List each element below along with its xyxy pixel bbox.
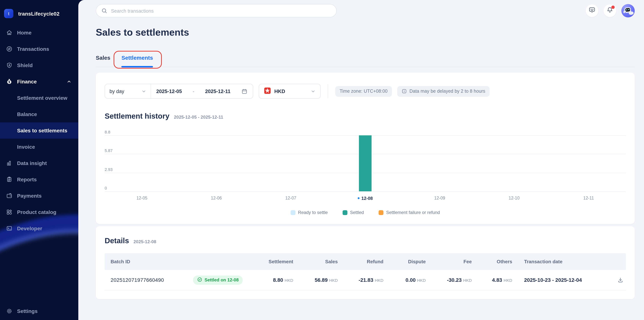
x-tick-label[interactable]: 12-08 (358, 196, 373, 201)
chart-title: Settlement history (105, 112, 170, 120)
refund-cell: -21.83HKD (338, 277, 384, 283)
sidebar-item-label: Transactions (17, 46, 49, 52)
date-separator: - (193, 88, 194, 94)
legend-label: Ready to settle (298, 210, 328, 215)
sidebar-item-sales-to-settlements[interactable]: Sales to settlements (0, 122, 78, 139)
sales-cell: 56.89HKD (293, 277, 338, 283)
chevron-up-icon (66, 78, 72, 85)
sidebar-item-reports[interactable]: Reports (0, 171, 78, 188)
date-to: 2025-12-11 (205, 88, 230, 94)
legend-item[interactable]: Settled (342, 210, 364, 215)
sidebar-item-data-insight[interactable]: Data insight (0, 155, 78, 171)
dispute-cell: 0.00HKD (384, 277, 426, 283)
sidebar-item-balance[interactable]: Balance (0, 106, 78, 122)
data-delay-badge: Data may be delayed by 2 to 8 hours (397, 86, 490, 97)
info-icon (402, 89, 407, 94)
sidebar-item-label: Sales to settlements (17, 128, 67, 133)
notifications-button[interactable] (604, 4, 616, 17)
timezone-badge: Time zone: UTC+08:00 (335, 86, 392, 97)
sidebar: t transLifecycle02 Home Transactions Shi… (0, 0, 78, 320)
clipboard-icon (6, 176, 12, 183)
chevron-down-icon (142, 89, 146, 94)
legend-label: Settlement failure or refund (386, 210, 440, 215)
tab-settlements[interactable]: Settlements (122, 54, 153, 67)
transactions-icon (6, 46, 12, 52)
filter-bar: by day 2025-12-05 - 2025-12-11 HKD (105, 84, 626, 99)
home-icon (6, 29, 12, 36)
table-row: 202512071977660490 Settled on 12-08 8.80… (105, 270, 626, 290)
download-icon[interactable] (617, 277, 624, 283)
sidebar-item-label: Finance (17, 79, 37, 84)
chart-legend: Ready to settleSettledSettlement failure… (105, 210, 626, 215)
sidebar-item-transactions[interactable]: Transactions (0, 41, 78, 57)
details-subtitle: 2025-12-08 (134, 239, 156, 244)
col-settlement: Settlement (249, 259, 293, 264)
col-dispute: Dispute (384, 259, 426, 264)
sidebar-settings: Settings (0, 303, 78, 319)
tab-label: Sales (96, 54, 110, 61)
feedback-chat-button[interactable] (586, 4, 598, 17)
sidebar-item-payments[interactable]: Payments (0, 188, 78, 204)
settlement-history-chart: 8.85.872.930 12-0512-0612-0712-0812-0912… (105, 135, 626, 215)
sidebar-item-shield[interactable]: Shield (0, 57, 78, 73)
others-cell: 4.83HKD (472, 277, 512, 283)
transaction-date-cell: 2025-10-23 - 2025-12-04 (512, 277, 610, 283)
chart-subtitle: 2025-12-05 - 2025-12-11 (174, 115, 223, 120)
sidebar-item-label: Balance (17, 111, 37, 117)
sidebar-item-label: Reports (17, 177, 37, 182)
check-circle-icon (197, 277, 202, 283)
sidebar-item-finance[interactable]: Finance (0, 73, 78, 90)
col-fee: Fee (426, 259, 472, 264)
avatar[interactable] (621, 4, 635, 17)
wallet-icon (6, 192, 12, 199)
sidebar-item-home[interactable]: Home (0, 24, 78, 41)
granularity-value: by day (110, 88, 124, 94)
sidebar-item-invoice[interactable]: Invoice (0, 139, 78, 155)
x-tick-label[interactable]: 12-05 (136, 196, 147, 200)
sidebar-item-developer[interactable]: Developer (0, 220, 78, 237)
active-tab-underline (122, 66, 153, 67)
chart-bar-12-08[interactable] (359, 135, 372, 191)
legend-item[interactable]: Ready to settle (291, 210, 328, 215)
x-tick-label[interactable]: 12-11 (583, 196, 594, 200)
legend-item[interactable]: Settlement failure or refund (379, 210, 440, 215)
fee-cell: -30.23HKD (426, 277, 472, 283)
sidebar-item-product-catalog[interactable]: Product catalog (0, 204, 78, 220)
col-sales: Sales (293, 259, 338, 264)
y-tick-label: 5.87 (105, 148, 113, 153)
legend-label: Settled (350, 210, 364, 215)
date-range-picker[interactable]: 2025-12-05 - 2025-12-11 (151, 88, 253, 94)
search-input[interactable] (96, 4, 337, 17)
sidebar-item-settlement-overview[interactable]: Settlement overview (0, 90, 78, 106)
legend-swatch (291, 210, 296, 215)
x-tick-label[interactable]: 12-07 (285, 196, 296, 200)
filter-divider (328, 84, 328, 98)
y-tick-label: 0 (105, 186, 107, 190)
sidebar-item-label: Settings (17, 308, 38, 314)
gear-icon (6, 308, 12, 315)
sidebar-item-settings[interactable]: Settings (0, 303, 78, 319)
sidebar-item-label: Payments (17, 193, 42, 199)
actions-cell (610, 277, 626, 283)
page-title: Sales to settlements (96, 27, 635, 38)
x-tick-label[interactable]: 12-09 (434, 196, 445, 200)
org-name: transLifecycle02 (18, 10, 60, 16)
batch-id-cell: 202512071977660490 (105, 277, 193, 283)
tab-sales[interactable]: Sales (96, 54, 110, 67)
org-switcher[interactable]: t transLifecycle02 (0, 0, 78, 18)
details-table: Batch ID Settlement Sales Refund Dispute… (105, 253, 626, 290)
settlement-cell: 8.80HKD (249, 277, 293, 283)
col-refund: Refund (338, 259, 384, 264)
x-tick-label[interactable]: 12-10 (509, 196, 520, 200)
x-tick-label[interactable]: 12-06 (211, 196, 222, 200)
topbar-icons (586, 4, 635, 17)
col-batch-id: Batch ID (105, 259, 193, 264)
bar-chart-icon (6, 160, 12, 166)
col-transaction-date: Transaction date (512, 259, 610, 264)
chevron-down-icon (311, 89, 316, 94)
status-label: Settled on 12-08 (204, 277, 239, 283)
table-header-row: Batch ID Settlement Sales Refund Dispute… (105, 253, 626, 270)
granularity-select[interactable]: by day (105, 84, 151, 98)
currency-select[interactable]: HKD (259, 84, 321, 99)
sidebar-nav: Home Transactions Shield Finance Settlem… (0, 24, 78, 237)
